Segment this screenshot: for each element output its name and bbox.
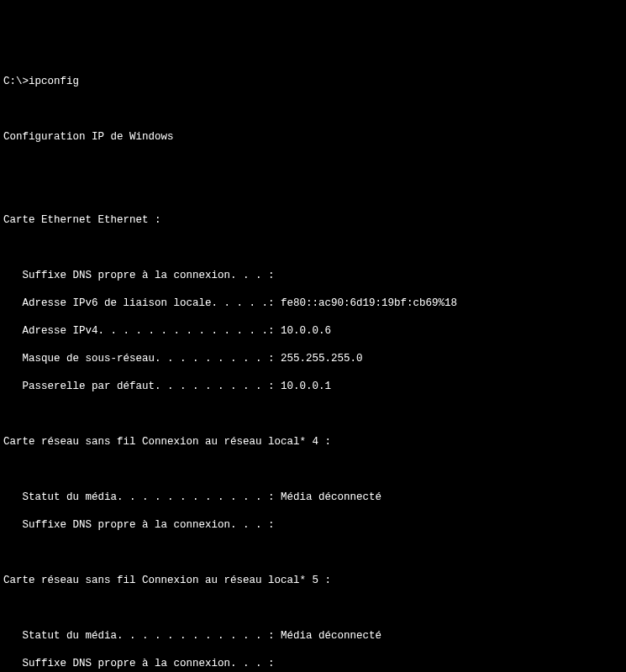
ethernet-header: Carte Ethernet Ethernet : xyxy=(3,213,623,228)
terminal-output: C:\>ipconfig Configuration IP de Windows… xyxy=(3,60,623,672)
ethernet-ipv4: Adresse IPv4. . . . . . . . . . . . . .:… xyxy=(3,324,623,339)
wlan4-header: Carte réseau sans fil Connexion au résea… xyxy=(3,435,623,449)
ethernet-ipv6: Adresse IPv6 de liaison locale. . . . .:… xyxy=(3,297,623,311)
wlan5-header: Carte réseau sans fil Connexion au résea… xyxy=(3,574,623,588)
ethernet-mask: Masque de sous-réseau. . . . . . . . . :… xyxy=(3,352,623,366)
wlan5-status: Statut du média. . . . . . . . . . . . :… xyxy=(3,629,623,643)
command-ipconfig: ipconfig xyxy=(29,76,79,87)
wlan4-dns-suffix: Suffixe DNS propre à la connexion. . . : xyxy=(3,518,623,533)
wlan5-dns-suffix: Suffixe DNS propre à la connexion. . . : xyxy=(3,657,623,671)
ipconfig-title: Configuration IP de Windows xyxy=(3,130,623,144)
wlan4-status: Statut du média. . . . . . . . . . . . :… xyxy=(3,491,623,505)
prompt-line-1: C:\>ipconfig xyxy=(3,75,623,89)
prompt: C:\> xyxy=(3,76,29,87)
ethernet-gateway: Passerelle par défaut. . . . . . . . . :… xyxy=(3,380,623,394)
ethernet-dns-suffix: Suffixe DNS propre à la connexion. . . : xyxy=(3,269,623,283)
